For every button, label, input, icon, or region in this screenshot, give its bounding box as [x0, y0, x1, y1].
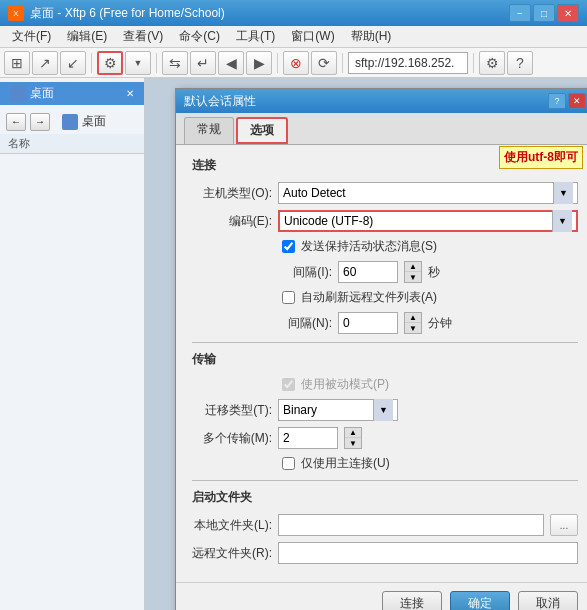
menu-edit[interactable]: 编辑(E) [59, 26, 115, 47]
transfer-type-row: 迁移类型(T): Binary ▼ [192, 399, 578, 421]
dialog-help-btn[interactable]: ? [548, 93, 566, 109]
host-type-label: 主机类型(O): [192, 185, 272, 202]
toolbar-help[interactable]: ? [507, 51, 533, 75]
local-folder-browse-btn[interactable]: ... [550, 514, 578, 536]
sidebar-tab-close[interactable]: ✕ [126, 88, 134, 99]
toolbar-btn6[interactable]: ↵ [190, 51, 216, 75]
refresh-spinner: ▲ ▼ [404, 312, 422, 334]
title-bar-buttons: − □ ✕ [509, 4, 579, 22]
encoding-row: 编码(E): Unicode (UTF-8) ▼ [192, 210, 578, 232]
refresh-spinner-btns: ▲ ▼ [404, 312, 422, 334]
encoding-label: 编码(E): [192, 213, 272, 230]
nav-forward-btn[interactable]: → [30, 113, 50, 131]
annotation-text: 使用utf-8即可 [504, 150, 578, 164]
toolbar-btn4[interactable]: ▼ [125, 51, 151, 75]
menu-view[interactable]: 查看(V) [115, 26, 171, 47]
toolbar-btn3[interactable]: ↙ [60, 51, 86, 75]
content-area: 默认会话属性 ? ✕ 常规 选项 连接 主机类型(O): Auto Detect… [145, 78, 587, 610]
dialog-close-btn[interactable]: ✕ [568, 93, 586, 109]
refresh-interval-input[interactable]: 0 [338, 312, 398, 334]
passive-mode-checkbox[interactable] [282, 378, 295, 391]
dialog-tabs: 常规 选项 [176, 113, 587, 145]
passive-mode-label: 使用被动模式(P) [301, 376, 389, 393]
toolbar-btn5[interactable]: ⇆ [162, 51, 188, 75]
keepalive-label[interactable]: 发送保持活动状态消息(S) [301, 238, 437, 255]
annotation-note: 使用utf-8即可 [499, 146, 583, 169]
host-type-dropdown-btn[interactable]: ▼ [553, 182, 573, 204]
tab-options[interactable]: 选项 [236, 117, 288, 144]
close-button[interactable]: ✕ [557, 4, 579, 22]
remote-folder-label: 远程文件夹(R): [192, 545, 272, 562]
transfer-type-dropdown-btn[interactable]: ▼ [373, 399, 393, 421]
desktop-icon [10, 86, 26, 102]
connect-button[interactable]: 连接 [382, 591, 442, 610]
refresh-down-btn[interactable]: ▼ [405, 323, 421, 333]
toolbar-btn8[interactable]: ▶ [246, 51, 272, 75]
interval-label: 间隔(I): [282, 264, 332, 281]
toolbar-session-props[interactable]: ⚙ [97, 51, 123, 75]
toolbar-address: sftp://192.168.252. [348, 52, 468, 74]
dialog-body: 连接 主机类型(O): Auto Detect ▼ 编码(E): Unicode… [176, 145, 587, 582]
toolbar-new-session[interactable]: ⊞ [4, 51, 30, 75]
main-only-label[interactable]: 仅使用主连接(U) [301, 455, 390, 472]
menu-tools[interactable]: 工具(T) [228, 26, 283, 47]
multi-transfer-input[interactable]: 2 [278, 427, 338, 449]
sidebar-tab-desktop[interactable]: 桌面 ✕ [0, 82, 144, 105]
col-header-name: 名称 [0, 134, 144, 154]
dialog-title-text: 默认会话属性 [184, 93, 546, 110]
interval-spinner-btns: ▲ ▼ [404, 261, 422, 283]
multi-transfer-label: 多个传输(M): [192, 430, 272, 447]
refresh-up-btn[interactable]: ▲ [405, 313, 421, 323]
local-folder-input[interactable] [278, 514, 544, 536]
section-sep1 [192, 342, 578, 343]
toolbar-sep5 [473, 53, 474, 73]
main-area: 桌面 ✕ ← → 桌面 名称 默认会话属性 ? ✕ [0, 78, 587, 610]
remote-folder-input[interactable] [278, 542, 578, 564]
cancel-button[interactable]: 取消 [518, 591, 578, 610]
toolbar-btn2[interactable]: ↗ [32, 51, 58, 75]
refresh-interval-unit: 分钟 [428, 315, 452, 332]
multi-down-btn[interactable]: ▼ [345, 438, 361, 448]
maximize-button[interactable]: □ [533, 4, 555, 22]
transfer-type-select[interactable]: Binary ▼ [278, 399, 398, 421]
multi-spinner-btns: ▲ ▼ [344, 427, 362, 449]
toolbar-sep2 [156, 53, 157, 73]
transfer-type-label: 迁移类型(T): [192, 402, 272, 419]
host-type-select[interactable]: Auto Detect ▼ [278, 182, 578, 204]
nav-back-btn[interactable]: ← [6, 113, 26, 131]
auto-refresh-label[interactable]: 自动刷新远程文件列表(A) [301, 289, 437, 306]
multi-spinner: ▲ ▼ [344, 427, 362, 449]
main-only-checkbox[interactable] [282, 457, 295, 470]
menu-help[interactable]: 帮助(H) [343, 26, 400, 47]
keepalive-checkbox[interactable] [282, 240, 295, 253]
dialog-footer: 连接 确定 取消 [176, 582, 587, 610]
encoding-select[interactable]: Unicode (UTF-8) ▼ [278, 210, 578, 232]
current-folder-label: 桌面 [82, 113, 106, 130]
local-folder-label: 本地文件夹(L): [192, 517, 272, 534]
auto-refresh-checkbox[interactable] [282, 291, 295, 304]
multi-up-btn[interactable]: ▲ [345, 428, 361, 438]
toolbar-stop[interactable]: ⊗ [283, 51, 309, 75]
toolbar-settings[interactable]: ⚙ [479, 51, 505, 75]
toolbar-refresh[interactable]: ⟳ [311, 51, 337, 75]
menu-file[interactable]: 文件(F) [4, 26, 59, 47]
minimize-button[interactable]: − [509, 4, 531, 22]
toolbar-sep3 [277, 53, 278, 73]
menu-window[interactable]: 窗口(W) [283, 26, 342, 47]
toolbar: ⊞ ↗ ↙ ⚙ ▼ ⇆ ↵ ◀ ▶ ⊗ ⟳ sftp://192.168.252… [0, 48, 587, 78]
menu-bar: 文件(F) 编辑(E) 查看(V) 命令(C) 工具(T) 窗口(W) 帮助(H… [0, 26, 587, 48]
local-folder-row: 本地文件夹(L): ... [192, 514, 578, 536]
toolbar-btn7[interactable]: ◀ [218, 51, 244, 75]
interval-down-btn[interactable]: ▼ [405, 272, 421, 282]
menu-command[interactable]: 命令(C) [171, 26, 228, 47]
interval-up-btn[interactable]: ▲ [405, 262, 421, 272]
interval-input[interactable]: 60 [338, 261, 398, 283]
ok-button[interactable]: 确定 [450, 591, 510, 610]
sidebar-nav: ← → 桌面 [0, 109, 144, 134]
toolbar-sep1 [91, 53, 92, 73]
tab-general[interactable]: 常规 [184, 117, 234, 144]
folder-icon [62, 114, 78, 130]
encoding-dropdown-btn[interactable]: ▼ [552, 210, 572, 232]
section-sep2 [192, 480, 578, 481]
passive-mode-row: 使用被动模式(P) [282, 376, 578, 393]
